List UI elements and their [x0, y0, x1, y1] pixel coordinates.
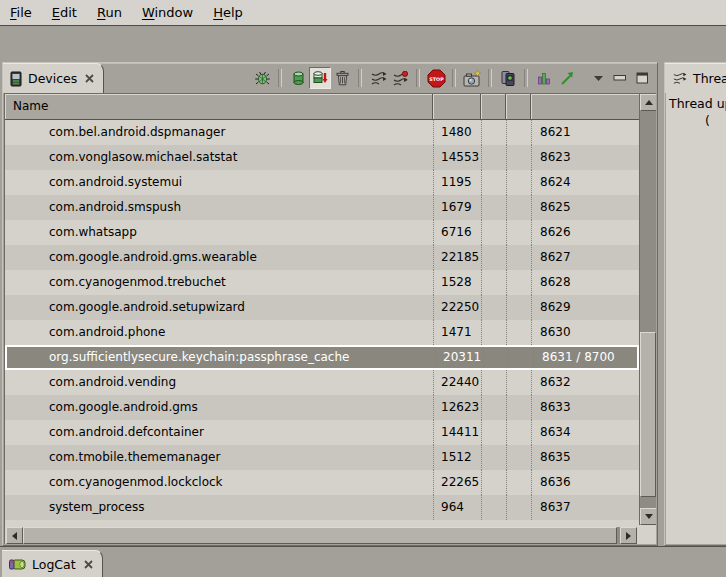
process-name: com.cyanogenmod.trebuchet — [5, 270, 433, 295]
table-row[interactable]: com.android.smspush16798625 — [5, 195, 639, 220]
process-pid: 1512 — [433, 445, 481, 470]
table-cell-empty — [506, 370, 531, 395]
scroll-right-button[interactable] — [620, 527, 637, 544]
table-cell-empty — [481, 495, 506, 520]
column-header[interactable] — [481, 94, 506, 119]
table-row[interactable]: com.google.android.gms126238633 — [5, 395, 639, 420]
table-cell-empty — [481, 395, 506, 420]
tab-threads[interactable]: Threads — [665, 63, 726, 93]
process-pid: 14553 — [433, 145, 481, 170]
update-heap-icon[interactable] — [287, 67, 309, 89]
table-row[interactable]: com.android.phone14718630 — [5, 320, 639, 345]
debug-attach-icon[interactable] — [251, 67, 273, 89]
process-name: org.sufficientlysecure.keychain:passphra… — [7, 347, 435, 368]
devices-tabrow: Devices — [3, 63, 657, 93]
scroll-down-button[interactable] — [640, 508, 656, 525]
process-pid: 22440 — [433, 370, 481, 395]
table-cell-empty — [481, 445, 506, 470]
process-list: com.bel.android.dspmanager14808621com.vo… — [5, 120, 639, 520]
menu-window[interactable]: Window — [132, 1, 203, 25]
scroll-up-button[interactable] — [640, 94, 656, 111]
menu-edit[interactable]: Edit — [42, 1, 87, 25]
table-row[interactable]: com.vonglasow.michael.satstat145538623 — [5, 145, 639, 170]
process-pid: 964 — [433, 495, 481, 520]
table-row[interactable]: com.google.android.gms.wearable221858627 — [5, 245, 639, 270]
process-port: 8626 — [531, 220, 639, 245]
table-cell-empty — [506, 295, 531, 320]
toolbar-separator — [452, 69, 456, 87]
table-row[interactable]: com.cyanogenmod.lockclock222658636 — [5, 470, 639, 495]
table-row[interactable]: com.android.vending224408632 — [5, 370, 639, 395]
vertical-scrollbar-thumb[interactable] — [640, 332, 656, 497]
menu-help[interactable]: Help — [203, 1, 253, 25]
column-header[interactable] — [506, 94, 531, 119]
table-cell-empty — [483, 347, 508, 368]
table-row[interactable]: com.bel.android.dspmanager14808621 — [5, 120, 639, 145]
scroll-left-button[interactable] — [6, 527, 23, 544]
process-name: com.android.defcontainer — [5, 420, 433, 445]
table-row[interactable]: com.android.systemui11958624 — [5, 170, 639, 195]
close-icon[interactable] — [84, 560, 93, 569]
toolbar-separator — [416, 69, 420, 87]
process-pid: 12623 — [433, 395, 481, 420]
update-threads-icon[interactable] — [367, 67, 389, 89]
minimize-icon[interactable] — [613, 74, 627, 82]
threads-panel: Threads Thread up ( — [664, 62, 726, 546]
column-header-name[interactable]: Name — [5, 94, 433, 119]
table-row[interactable]: com.google.android.setupwizard222508629 — [5, 295, 639, 320]
table-cell-empty — [481, 295, 506, 320]
process-port: 8635 — [531, 445, 639, 470]
horizontal-scrollbar[interactable] — [6, 527, 637, 544]
table-cell-empty — [481, 120, 506, 145]
table-cell-empty — [506, 320, 531, 345]
threads-message: Thread up ( — [666, 93, 726, 544]
process-port: 8633 — [531, 395, 639, 420]
screen-capture-icon[interactable] — [461, 67, 483, 89]
horizontal-scrollbar-thumb[interactable] — [23, 527, 617, 544]
column-header-pid[interactable] — [433, 94, 481, 119]
table-cell-empty — [481, 370, 506, 395]
table-row[interactable]: system_process9648637 — [5, 495, 639, 520]
process-name: com.bel.android.dspmanager — [5, 120, 433, 145]
column-header-port[interactable] — [531, 94, 639, 119]
dump-hprof-icon[interactable] — [309, 67, 331, 89]
process-name: com.google.android.gms.wearable — [5, 245, 433, 270]
cause-gc-icon[interactable] — [331, 67, 353, 89]
table-cell-empty — [508, 347, 533, 368]
process-port: 8623 — [531, 145, 639, 170]
process-port: 8636 — [531, 470, 639, 495]
table-row[interactable]: com.android.defcontainer144118634 — [5, 420, 639, 445]
table-row[interactable]: com.tmobile.thememanager15128635 — [5, 445, 639, 470]
close-icon[interactable] — [85, 74, 94, 83]
table-cell-empty — [506, 120, 531, 145]
menu-run[interactable]: Run — [87, 1, 132, 25]
toolbar-separator — [358, 69, 362, 87]
vertical-scrollbar[interactable] — [639, 94, 656, 525]
table-cell-empty — [481, 270, 506, 295]
table-cell-empty — [506, 195, 531, 220]
process-name: com.android.smspush — [5, 195, 433, 220]
ddms-window: FileEditRunWindowHelp Devices — [0, 0, 726, 577]
menu-file[interactable]: File — [0, 1, 42, 25]
table-row[interactable]: com.whatsapp67168626 — [5, 220, 639, 245]
stop-process-icon[interactable]: STOP — [425, 67, 447, 89]
table-row[interactable]: com.cyanogenmod.trebuchet15288628 — [5, 270, 639, 295]
devices-table: Name com.bel.android.dspmanager14808621c… — [4, 93, 656, 544]
capture-system-trace-icon[interactable] — [389, 67, 411, 89]
process-name: com.google.android.gms — [5, 395, 433, 420]
tab-devices[interactable]: Devices — [3, 63, 104, 93]
process-pid: 6716 — [433, 220, 481, 245]
process-name: com.whatsapp — [5, 220, 433, 245]
table-cell-empty — [506, 245, 531, 270]
view-menu-icon[interactable] — [593, 75, 604, 82]
table-row-selected[interactable]: org.sufficientlysecure.keychain:passphra… — [5, 345, 639, 370]
table-cell-empty — [506, 445, 531, 470]
maximize-icon[interactable] — [636, 72, 649, 84]
start-allocation-tracking-icon[interactable] — [555, 67, 577, 89]
start-method-profiling-icon[interactable] — [533, 67, 555, 89]
tab-devices-label: Devices — [28, 71, 77, 86]
reset-adb-icon[interactable] — [497, 67, 519, 89]
tab-logcat[interactable]: LogCat — [2, 550, 103, 577]
right-arrow-icon — [626, 532, 631, 540]
process-port: 8637 — [531, 495, 639, 520]
